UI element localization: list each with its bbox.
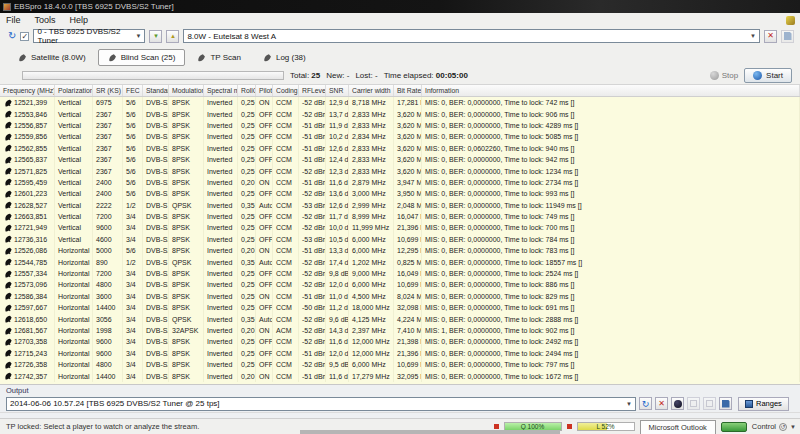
column-header[interactable]: SNR	[326, 85, 349, 96]
table-row[interactable]: 12553,846Vertical23675/6DVB-S28PSKInvert…	[0, 108, 800, 119]
cell-text: 12553,846	[14, 111, 47, 118]
table-row[interactable]: 12562,855Vertical23675/6DVB-S28PSKInvert…	[0, 143, 800, 154]
tab-blind-scan-25[interactable]: Blind Scan (25)	[98, 49, 186, 66]
cell-text: MIS: 0, BER: 0,0000000, Time to lock: 82…	[425, 293, 574, 300]
column-header[interactable]: FEC	[123, 85, 143, 96]
column-header[interactable]: Modulation	[169, 85, 204, 96]
chevron-down-icon: ▼	[131, 33, 141, 39]
table-row[interactable]: 12595,459Vertical24005/6DVB-S28PSKInvert…	[0, 177, 800, 188]
menu-item-file[interactable]: File	[6, 15, 21, 25]
table-row[interactable]: 12742,357Horizontal144003/4DVB-S28PSKInv…	[0, 370, 800, 381]
cell: QPSK	[169, 200, 204, 211]
column-header[interactable]: Coding ...	[273, 85, 299, 96]
cell-text: 6,000 MHz	[352, 236, 386, 243]
cell-text: Inverted	[207, 168, 232, 175]
output-select[interactable]: 2014-06-06 10.57.24 [TBS 6925 DVBS/S2 Tu…	[6, 397, 636, 411]
cell: -51 dBm	[299, 348, 326, 359]
table-row[interactable]: 12586,384Horizontal36003/4DVB-S28PSKInve…	[0, 291, 800, 302]
cell: 12586,384	[0, 291, 55, 302]
tab-log-38[interactable]: Log (38)	[253, 49, 316, 66]
cell-text: 8PSK	[172, 122, 190, 129]
tab-satellite-8-0w[interactable]: Satellite (8.0W)	[8, 49, 96, 66]
table-row[interactable]: 12703,358Horizontal96003/4DVB-S28PSKInve…	[0, 336, 800, 347]
cell-text: MIS: 0, BER: 0,0000000, Time to lock: 50…	[425, 133, 578, 140]
menu-item-tools[interactable]: Tools	[35, 15, 56, 25]
transponder-icon	[4, 133, 12, 141]
table-row[interactable]: 12736,316Vertical46003/4DVB-S28PSKInvert…	[0, 234, 800, 245]
table-row[interactable]: 12628,527Vertical22221/2DVB-SQPSKInverte…	[0, 200, 800, 211]
refresh-devices-icon[interactable]: ↻	[8, 31, 16, 41]
table-row[interactable]: 12557,334Horizontal72003/4DVB-S28PSKInve…	[0, 268, 800, 279]
taskbar-outlook-button[interactable]: Microsoft Outlook	[640, 420, 716, 434]
column-header[interactable]: Spectral m...	[204, 85, 238, 96]
output-refresh-button[interactable]: ↻	[639, 397, 652, 410]
cell-text: Vertical	[58, 111, 81, 118]
cell: 8PSK	[169, 97, 204, 108]
table-row[interactable]: 12681,567Horizontal19983/4DVB-S232APSKIn…	[0, 325, 800, 336]
column-header[interactable]: Carrier width	[349, 85, 394, 96]
output-delete-button[interactable]: ✕	[655, 397, 668, 410]
cell: CCM	[273, 336, 299, 347]
cell-text: Inverted	[207, 190, 232, 197]
cell-text: 10,699 Mbi...	[397, 236, 422, 243]
table-row[interactable]: 12663,851Vertical72003/4DVB-S28PSKInvert…	[0, 211, 800, 222]
tab-tp-scan[interactable]: TP Scan	[187, 49, 251, 66]
cell-text: MIS: 0, BER: 0,0000000, Time to lock: 24…	[425, 350, 578, 357]
table-row[interactable]: 12715,243Horizontal96003/4DVB-S28PSKInve…	[0, 348, 800, 359]
table-row[interactable]: 12559,856Vertical23675/6DVB-S28PSKInvert…	[0, 131, 800, 142]
cell-text: 2,833 MHz	[352, 168, 386, 175]
column-header[interactable]: Bit Rate	[394, 85, 422, 96]
output-export-button[interactable]	[703, 397, 716, 410]
column-header[interactable]: Information	[422, 85, 800, 96]
column-header[interactable]: Polarization	[55, 85, 93, 96]
column-header[interactable]: SR (KS)	[93, 85, 123, 96]
column-header[interactable]: RFLevel	[299, 85, 326, 96]
cell: 9600	[93, 222, 123, 233]
stop-button[interactable]: Stop	[710, 71, 738, 80]
table-row[interactable]: 12544,785Horizontal8901/2DVB-SQPSKInvert…	[0, 256, 800, 267]
control-menu[interactable]: Control ↺ ▼	[752, 422, 796, 431]
save-satellite-button[interactable]	[781, 30, 794, 43]
cell-text: 12742,357	[14, 373, 47, 380]
lnb-settings-button[interactable]: ▾	[149, 30, 162, 43]
tray-icon[interactable]	[786, 16, 795, 25]
device-select-value: 0 - TBS 6925 DVBS/S2 Tuner	[37, 27, 131, 45]
cell: CCM	[273, 120, 299, 131]
table-row[interactable]: 12597,667Horizontal144003/4DVB-S28PSKInv…	[0, 302, 800, 313]
column-header[interactable]: Pilot	[256, 85, 273, 96]
cell-text: 8PSK	[172, 247, 190, 254]
title-bar[interactable]: EBSpro 18.4.0.0 [TBS 6925 DVBS/S2 Tuner]	[0, 0, 800, 13]
cell: MIS: 0, BER: 0,0000000, Time to lock: 78…	[422, 245, 800, 256]
table-row[interactable]: 12526,086Horizontal50005/6DVB-S28PSKInve…	[0, 245, 800, 256]
satellite-select[interactable]: 8.0W - Eutelsat 8 West A ▼	[183, 29, 760, 43]
table-row[interactable]: 12565,837Vertical23675/6DVB-S28PSKInvert…	[0, 154, 800, 165]
table-row[interactable]: 12726,358Horizontal48003/4DVB-S28PSKInve…	[0, 359, 800, 370]
cell: OFF	[256, 131, 273, 142]
column-header[interactable]: Frequency (MHz)	[0, 85, 55, 96]
device-select[interactable]: 0 - TBS 6925 DVBS/S2 Tuner ▼	[33, 29, 145, 43]
table-row[interactable]: 12721,949Vertical96003/4DVB-S28PSKInvert…	[0, 222, 800, 233]
table-row[interactable]: 12618,650Horizontal30563/4DVB-SQPSKInver…	[0, 313, 800, 324]
menu-item-help[interactable]: Help	[70, 15, 89, 25]
column-header[interactable]: RollOff	[238, 85, 256, 96]
ranges-button[interactable]: Ranges	[738, 397, 789, 411]
cell: 4600	[93, 234, 123, 245]
cell: 9,8 dB	[326, 268, 349, 279]
cell-text: DVB-S2	[146, 99, 169, 106]
cell-text: 13,7 dB	[329, 111, 349, 118]
table-row[interactable]: 12573,096Horizontal48003/4DVB-S28PSKInve…	[0, 279, 800, 290]
cell: 2367	[93, 154, 123, 165]
table-row[interactable]: 12571,825Vertical23675/6DVB-S28PSKInvert…	[0, 165, 800, 176]
output-record-button[interactable]	[671, 397, 684, 410]
table-row[interactable]: 12601,223Vertical24005/6DVB-S28PSKInvert…	[0, 188, 800, 199]
device-checkbox[interactable]: ✓	[20, 32, 29, 41]
column-header[interactable]: Standard	[143, 85, 169, 96]
cell: 12553,846	[0, 108, 55, 119]
table-row[interactable]: 12556,857Vertical23675/6DVB-S28PSKInvert…	[0, 120, 800, 131]
start-button[interactable]: Start	[744, 68, 792, 83]
output-save-button[interactable]	[719, 397, 732, 410]
positioner-button[interactable]: ▴	[166, 30, 179, 43]
output-copy-button[interactable]	[687, 397, 700, 410]
table-row[interactable]: 12521,399Vertical69755/6DVB-S28PSKInvert…	[0, 97, 800, 108]
delete-satellite-button[interactable]: ✕	[764, 30, 777, 43]
